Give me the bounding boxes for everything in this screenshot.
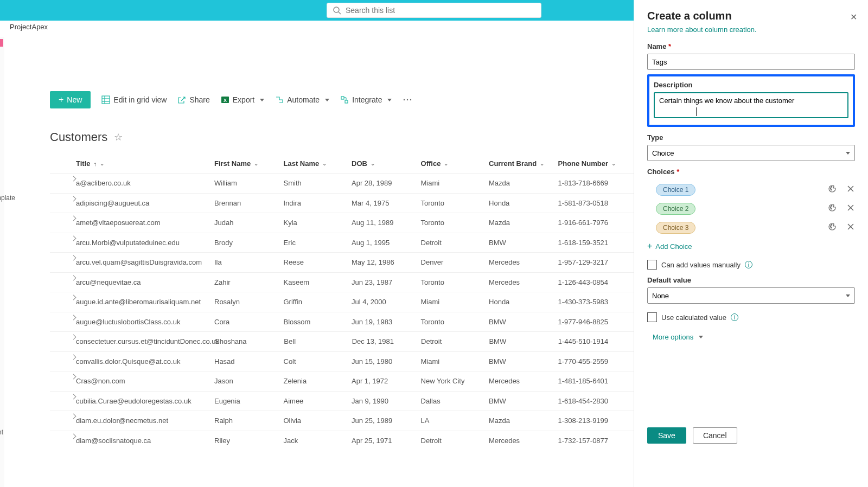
cancel-button[interactable]: Cancel [693, 427, 737, 444]
palette-icon[interactable] [828, 222, 837, 233]
remove-choice-icon[interactable] [846, 222, 855, 233]
cell-title[interactable]: a@aclibero.co.uk [76, 179, 214, 187]
cell-dob: Apr 28, 1989 [352, 179, 421, 187]
palette-icon[interactable] [828, 203, 837, 214]
export-button[interactable]: X Export [221, 95, 264, 104]
column-header-dob[interactable]: DOB⌄ [352, 159, 421, 168]
cell-brand: Honda [489, 199, 558, 207]
cell-office: Detroit [421, 437, 489, 445]
choice-pill[interactable]: Choice 3 [656, 222, 695, 234]
use-calculated-checkbox[interactable]: Use calculated value i [647, 312, 855, 322]
list-title: Customers ☆ [50, 130, 634, 144]
cell-office: Detroit [421, 337, 489, 345]
column-header-brand[interactable]: Current Brand⌄ [489, 159, 558, 168]
cell-first-name: Hasad [214, 357, 284, 366]
more-options-toggle[interactable]: More options [653, 333, 855, 341]
info-icon[interactable]: i [745, 261, 752, 268]
cell-title[interactable]: arcu.Morbi@vulputateduinec.edu [76, 239, 214, 247]
edit-grid-view-button[interactable]: Edit in grid view [101, 95, 167, 104]
svg-point-27 [831, 227, 832, 228]
svg-point-21 [831, 205, 832, 206]
column-type-select[interactable]: Choice [647, 145, 855, 161]
automate-button[interactable]: Automate [275, 95, 329, 104]
search-box[interactable] [327, 3, 541, 18]
description-textarea[interactable] [654, 92, 848, 118]
cell-first-name: Ila [214, 258, 284, 266]
svg-point-12 [404, 99, 405, 100]
cell-first-name: Ralph [214, 416, 284, 425]
table-row[interactable]: arcu.Morbi@vulputateduinec.eduBrodyEricA… [50, 233, 634, 253]
table-row[interactable]: diam.eu.dolor@necmetus.netRalphOliviaJun… [50, 411, 634, 431]
svg-point-26 [831, 224, 832, 225]
learn-more-link[interactable]: Learn more about column creation. [647, 25, 855, 34]
close-panel-button[interactable]: ✕ [850, 12, 857, 22]
favorite-star-icon[interactable]: ☆ [114, 131, 123, 143]
add-choice-button[interactable]: +Add Choice [647, 241, 855, 251]
column-header-title[interactable]: Title↑⌄ [76, 159, 214, 168]
choice-pill[interactable]: Choice 2 [656, 203, 695, 215]
column-header-phone[interactable]: Phone Number⌄ [558, 159, 634, 168]
new-button[interactable]: +New [50, 91, 91, 108]
cell-title[interactable]: amet@vitaeposuereat.com [76, 219, 214, 227]
text-cursor-icon [696, 107, 697, 116]
table-row[interactable]: Cras@non.comJasonZeleniaApr 1, 1972New Y… [50, 371, 634, 391]
cell-title[interactable]: arcu.vel.quam@sagittisDuisgravida.com [76, 258, 214, 266]
table-row[interactable]: augue@luctuslobortisClass.co.ukCoraBloss… [50, 312, 634, 332]
table-row[interactable]: augue.id.ante@liberomaurisaliquam.netRos… [50, 292, 634, 312]
table-row[interactable]: arcu.vel.quam@sagittisDuisgravida.comIla… [50, 252, 634, 272]
cell-title[interactable]: arcu@nequevitae.ca [76, 278, 214, 286]
description-highlighted-region: Description [647, 74, 855, 127]
column-header-first-name[interactable]: First Name⌄ [214, 159, 284, 168]
svg-rect-2 [102, 96, 110, 104]
cell-title[interactable]: consectetuer.cursus.et@tinciduntDonec.co… [76, 337, 215, 345]
cell-phone: 1-916-661-7976 [558, 219, 634, 227]
table-row[interactable]: convallis.dolor.Quisque@at.co.ukHasadCol… [50, 351, 634, 371]
save-button[interactable]: Save [647, 427, 686, 444]
table-row[interactable]: diam@sociisnatoque.caRileyJackApr 25, 19… [50, 431, 634, 451]
table-row[interactable]: amet@vitaeposuereat.comJudahKylaAug 11, … [50, 213, 634, 233]
cell-brand: Mazda [489, 219, 558, 227]
share-button[interactable]: Share [177, 95, 209, 104]
palette-icon[interactable] [828, 184, 837, 195]
column-name-input[interactable] [647, 54, 855, 70]
cell-title[interactable]: cubilia.Curae@eudoloregestas.co.uk [76, 397, 214, 405]
integrate-button[interactable]: Integrate [340, 95, 392, 104]
cell-title[interactable]: convallis.dolor.Quisque@at.co.uk [76, 357, 214, 366]
table-row[interactable]: adipiscing@augueut.caBrennanIndiraMar 4,… [50, 193, 634, 213]
table-row[interactable]: arcu@nequevitae.caZahirKaseemJun 23, 198… [50, 272, 634, 292]
cell-office: LA [421, 416, 489, 425]
default-value-label: Default value [647, 276, 855, 284]
default-value-select[interactable]: None [647, 287, 855, 304]
cell-office: Toronto [421, 199, 489, 207]
cell-title[interactable]: diam.eu.dolor@necmetus.net [76, 416, 214, 425]
left-nav-item[interactable]: nt [0, 428, 3, 436]
chevron-down-icon [699, 336, 703, 338]
table-row[interactable]: consectetuer.cursus.et@tinciduntDonec.co… [50, 331, 634, 351]
cell-dob: Jun 15, 1980 [352, 357, 421, 366]
choice-pill[interactable]: Choice 1 [656, 184, 695, 196]
more-actions-button[interactable] [403, 95, 412, 105]
cell-first-name: Jason [214, 377, 284, 385]
cell-title[interactable]: Cras@non.com [76, 377, 214, 385]
remove-choice-icon[interactable] [846, 203, 855, 214]
cell-title[interactable]: augue@luctuslobortisClass.co.uk [76, 318, 214, 326]
panel-title: Create a column [647, 10, 855, 22]
remove-choice-icon[interactable] [846, 184, 855, 195]
svg-point-16 [831, 186, 832, 187]
cell-title[interactable]: diam@sociisnatoque.ca [76, 437, 214, 445]
cell-title[interactable]: augue.id.ante@liberomaurisaliquam.net [76, 298, 214, 306]
svg-point-20 [830, 207, 831, 208]
info-icon[interactable]: i [731, 313, 738, 321]
cell-title[interactable]: adipiscing@augueut.ca [76, 199, 214, 207]
table-row[interactable]: a@aclibero.co.ukWilliamSmithApr 28, 1989… [50, 173, 634, 193]
cell-first-name: Rosalyn [214, 298, 284, 306]
cell-dob: Aug 1, 1995 [352, 239, 421, 247]
cell-office: Denver [421, 258, 489, 266]
can-add-manually-checkbox[interactable]: Can add values manually i [647, 260, 855, 270]
table-row[interactable]: cubilia.Curae@eudoloregestas.co.ukEugeni… [50, 391, 634, 411]
cell-dob: Apr 25, 1971 [352, 437, 421, 445]
search-input[interactable] [346, 6, 535, 15]
left-nav-item[interactable]: mplate [0, 194, 15, 202]
column-header-last-name[interactable]: Last Name⌄ [284, 159, 352, 168]
column-header-office[interactable]: Office⌄ [421, 159, 489, 168]
